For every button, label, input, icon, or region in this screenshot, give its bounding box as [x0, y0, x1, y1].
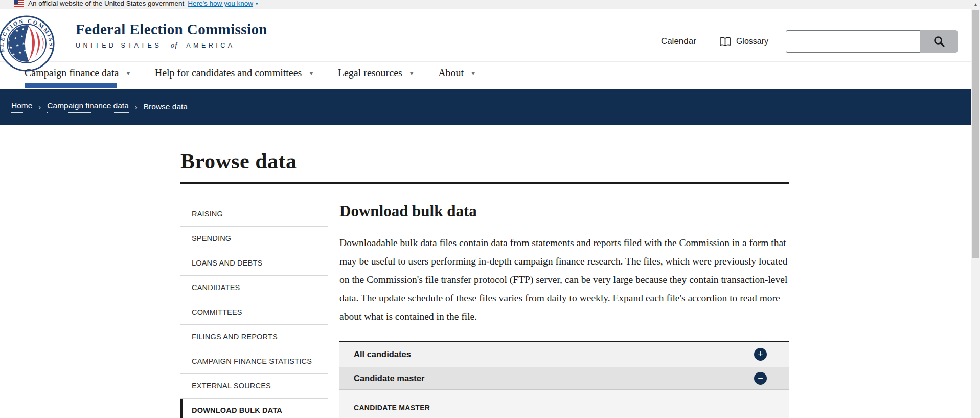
breadcrumb: Home › Campaign finance data › Browse da… — [0, 89, 971, 125]
sidebar-item-raising[interactable]: RAISING — [180, 202, 328, 227]
scrollbar-thumb[interactable] — [972, 10, 979, 258]
nav-legal-resources[interactable]: Legal resources▼ — [338, 67, 415, 88]
us-flag-icon — [14, 0, 24, 7]
nav-label: Legal resources — [338, 67, 402, 78]
tagline-united-states: UNITED STATES — [76, 42, 162, 49]
sidebar-item-loans-and-debts[interactable]: LOANS AND DEBTS — [180, 251, 328, 276]
breadcrumb-campaign-finance-data[interactable]: Campaign finance data — [47, 101, 128, 113]
vertical-scrollbar[interactable]: ▲ — [971, 0, 980, 418]
sidebar-item-external-sources[interactable]: EXTERNAL SOURCES — [180, 374, 328, 399]
accordion-label: All candidates — [354, 349, 411, 359]
svg-text:★: ★ — [24, 49, 27, 52]
chevron-down-icon: ▼ — [125, 70, 131, 76]
nav-label: About — [438, 67, 464, 78]
panel-table-header: CANDIDATE MASTER — [354, 404, 789, 412]
tagline-of: –of– — [166, 41, 182, 49]
scrollbar-up-arrow-icon[interactable]: ▲ — [971, 0, 980, 9]
search-button[interactable] — [920, 30, 958, 53]
org-name: Federal Election Commission — [76, 21, 267, 38]
accordion-label: Candidate master — [354, 373, 424, 383]
glossary-link[interactable]: Glossary — [719, 36, 768, 47]
gov-banner: An official website of the United States… — [0, 0, 971, 9]
page-title: Browse data — [180, 125, 789, 173]
header-divider — [708, 31, 708, 52]
brand-wordmark[interactable]: Federal Election Commission UNITED STATE… — [76, 21, 267, 50]
nav-label: Campaign finance data — [25, 67, 119, 78]
chevron-down-icon: ▼ — [409, 70, 415, 76]
svg-text:★: ★ — [15, 29, 18, 32]
calendar-link[interactable]: Calendar — [661, 36, 696, 47]
main-column: Download bulk data Downloadable bulk dat… — [339, 202, 789, 418]
svg-text:★: ★ — [21, 27, 25, 31]
sidebar-item-campaign-finance-statistics[interactable]: CAMPAIGN FINANCE STATISTICS — [180, 349, 328, 374]
chevron-down-icon: ▼ — [308, 70, 314, 76]
collapse-minus-icon[interactable]: − — [754, 372, 767, 385]
breadcrumb-separator-icon: › — [38, 103, 41, 112]
gov-banner-text: An official website of the United States… — [28, 0, 184, 7]
nav-help-for-candidates[interactable]: Help for candidates and committees▼ — [155, 67, 314, 88]
nav-label: Help for candidates and committees — [155, 67, 302, 78]
svg-text:★: ★ — [22, 41, 25, 45]
sidebar-item-candidates[interactable]: CANDIDATES — [180, 276, 328, 300]
breadcrumb-current: Browse data — [144, 102, 188, 112]
page-content: Browse data RAISING SPENDING LOANS AND D… — [180, 125, 789, 418]
accordion-candidate-master[interactable]: Candidate master − — [339, 367, 789, 390]
how-you-know-link[interactable]: Here's how you know — [188, 0, 253, 7]
nav-about[interactable]: About▼ — [438, 67, 476, 88]
banner-caret-icon: ▾ — [256, 1, 258, 6]
title-divider — [180, 182, 789, 184]
tagline-america: AMERICA — [186, 42, 235, 49]
glossary-label: Glossary — [736, 37, 768, 46]
masthead: ELECTION COMMISSION ★★★ ★★★ ★★★ ★★★ Fede… — [0, 9, 971, 62]
chevron-down-icon: ▼ — [470, 70, 476, 76]
data-sidebar: RAISING SPENDING LOANS AND DEBTS CANDIDA… — [180, 202, 328, 418]
svg-text:★: ★ — [16, 43, 19, 47]
intro-paragraph: Downloadable bulk data files contain dat… — [339, 234, 789, 326]
section-heading: Download bulk data — [339, 202, 789, 221]
site-search — [786, 30, 958, 53]
magnifier-icon — [933, 35, 945, 48]
svg-text:★: ★ — [9, 46, 12, 49]
search-input[interactable] — [786, 30, 920, 53]
book-icon — [719, 36, 731, 47]
main-navigation: Campaign finance data▼ Help for candidat… — [0, 62, 971, 89]
fec-seal-logo: ELECTION COMMISSION ★★★ ★★★ ★★★ ★★★ — [0, 15, 55, 72]
svg-text:★: ★ — [14, 36, 17, 40]
breadcrumb-separator-icon: › — [135, 103, 138, 112]
expand-plus-icon[interactable]: + — [754, 348, 767, 361]
svg-text:★: ★ — [18, 51, 21, 54]
candidate-master-panel: CANDIDATE MASTER — [339, 390, 789, 418]
accordion-all-candidates[interactable]: All candidates + — [339, 342, 789, 367]
bulk-data-accordion: All candidates + Candidate master − CAND… — [339, 341, 789, 418]
org-tagline: UNITED STATES –of– AMERICA — [76, 41, 267, 50]
svg-text:★: ★ — [20, 34, 24, 38]
sidebar-item-filings-and-reports[interactable]: FILINGS AND REPORTS — [180, 325, 328, 349]
sidebar-item-download-bulk-data[interactable]: DOWNLOAD BULK DATA — [180, 399, 328, 418]
breadcrumb-home[interactable]: Home — [11, 101, 32, 113]
sidebar-item-committees[interactable]: COMMITTEES — [180, 300, 328, 325]
nav-campaign-finance-data[interactable]: Campaign finance data▼ — [25, 67, 131, 88]
sidebar-item-spending[interactable]: SPENDING — [180, 227, 328, 251]
